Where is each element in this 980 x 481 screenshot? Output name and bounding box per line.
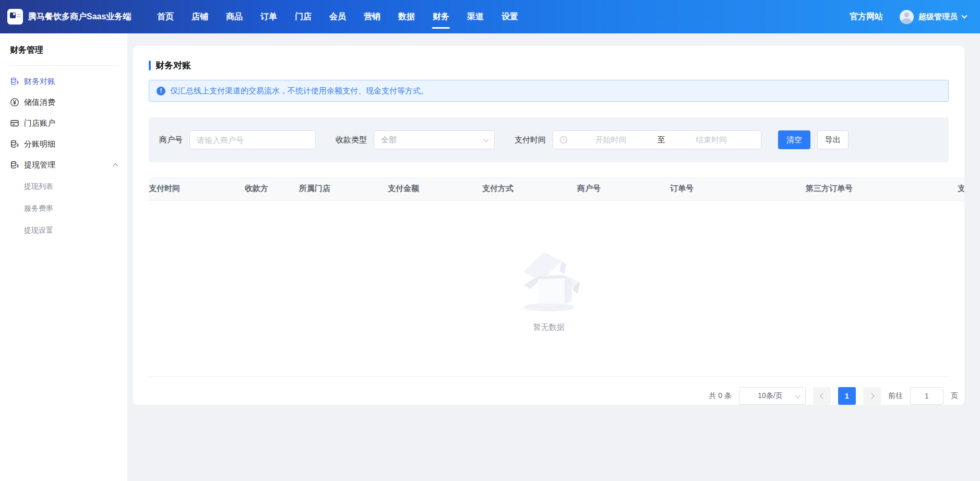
- type-select[interactable]: 全部: [374, 130, 495, 149]
- clock-icon: [559, 136, 568, 144]
- filter-bar: 商户号 收款类型 全部 支付时间: [149, 117, 949, 162]
- nav-item-shop[interactable]: 店铺: [183, 0, 217, 33]
- total-count: 共 0 条: [709, 391, 732, 401]
- chevron-up-icon: [113, 163, 118, 168]
- official-site-link[interactable]: 官方网站: [850, 11, 883, 22]
- brand: 腾马餐饮多商户Saas业务端: [7, 9, 139, 25]
- sidebar-item-reconciliation[interactable]: 财务对账: [10, 71, 118, 92]
- coins-icon: [10, 160, 19, 170]
- col-truncated: 支付: [958, 184, 964, 194]
- sidebar-item-label: 提现管理: [24, 160, 55, 170]
- card-icon: [10, 118, 19, 128]
- chevron-down-icon: [795, 392, 800, 398]
- sidebar-item-store-account[interactable]: 门店账户: [10, 113, 118, 134]
- nav-item-store[interactable]: 门店: [286, 0, 320, 33]
- alert-text: 仅汇总线上支付渠道的交易流水，不统计使用余额支付、现金支付等方式。: [170, 86, 428, 96]
- sidebar-item-label: 分账明细: [24, 139, 55, 149]
- top-header: 腾马餐饮多商户Saas业务端 首页 店铺 商品 订单 门店 会员 营销 数据 财…: [0, 0, 980, 33]
- yen-circle-icon: [10, 98, 19, 107]
- user-name: 超级管理员: [918, 12, 958, 22]
- type-filter: 收款类型 全部: [336, 130, 495, 149]
- page-size-select[interactable]: 10条/页: [739, 387, 806, 405]
- reconciliation-card: 财务对账 ! 仅汇总线上支付渠道的交易流水，不统计使用余额支付、现金支付等方式。…: [133, 46, 964, 405]
- nav-item-order[interactable]: 订单: [252, 0, 286, 33]
- sidebar-title: 财务管理: [10, 45, 118, 56]
- page-title: 财务对账: [156, 59, 191, 71]
- date-separator: 至: [654, 135, 668, 145]
- nav-item-home[interactable]: 首页: [148, 0, 183, 33]
- goto-page-input[interactable]: [910, 387, 943, 405]
- main-content: 财务对账 ! 仅汇总线上支付渠道的交易流水，不统计使用余额支付、现金支付等方式。…: [127, 33, 980, 481]
- type-label: 收款类型: [336, 135, 367, 145]
- empty-box-icon: [509, 245, 589, 315]
- col-store: 所属门店: [299, 184, 388, 194]
- page-number-1[interactable]: 1: [838, 387, 856, 405]
- sidebar-divider: [10, 65, 118, 66]
- next-page-button[interactable]: [863, 387, 881, 405]
- col-pay-method: 支付方式: [482, 184, 577, 194]
- table-header-row: 支付时间 收款方 所属门店 支付金额 支付方式 商户号 订单号 第三方订单号 支…: [149, 177, 964, 201]
- sidebar-item-label: 储值消费: [24, 98, 55, 107]
- chevron-left-icon: [820, 393, 826, 399]
- export-button[interactable]: 导出: [817, 130, 848, 149]
- end-time-placeholder: 结束时间: [668, 135, 755, 145]
- chevron-right-icon: [868, 393, 874, 399]
- sidebar-item-label: 门店账户: [24, 118, 55, 128]
- goto-label: 前往: [888, 391, 903, 401]
- col-amount: 支付金额: [388, 184, 482, 194]
- pagination: 共 0 条 10条/页 1 前往 页: [149, 377, 964, 405]
- nav-item-settings[interactable]: 设置: [493, 0, 527, 33]
- merchant-label: 商户号: [159, 135, 183, 145]
- nav-item-data[interactable]: 数据: [389, 0, 424, 33]
- nav-item-marketing[interactable]: 营销: [355, 0, 389, 33]
- sidebar-item-split-detail[interactable]: 分账明细: [10, 134, 118, 154]
- nav-item-finance[interactable]: 财务: [424, 0, 458, 33]
- top-nav: 首页 店铺 商品 订单 门店 会员 营销 数据 财务 渠道 设置: [148, 0, 527, 33]
- col-order-no: 订单号: [670, 184, 806, 194]
- start-time-placeholder: 开始时间: [568, 135, 654, 145]
- sidebar-item-withdraw-management[interactable]: 提现管理: [10, 154, 118, 175]
- sidebar-subitem-withdraw-settings[interactable]: 提现设置: [24, 219, 74, 241]
- page-size-value: 10条/页: [746, 391, 795, 401]
- clear-button[interactable]: 清空: [778, 130, 810, 149]
- sidebar: 财务管理 财务对账 储值消费 门店账户 分账明细: [0, 33, 127, 481]
- page-suffix: 页: [951, 391, 958, 401]
- data-table: 支付时间 收款方 所属门店 支付金额 支付方式 商户号 订单号 第三方订单号 支…: [149, 177, 964, 201]
- nav-item-channel[interactable]: 渠道: [458, 0, 493, 33]
- chevron-down-icon: [483, 136, 489, 142]
- nav-item-member[interactable]: 会员: [320, 0, 355, 33]
- time-filter: 支付时间 开始时间 至 结束时间: [515, 130, 761, 149]
- merchant-input[interactable]: [189, 130, 316, 149]
- chevron-down-icon: [961, 13, 967, 18]
- sidebar-subitem-withdraw-list[interactable]: 提现列表: [24, 175, 74, 197]
- time-label: 支付时间: [515, 135, 546, 145]
- merchant-filter: 商户号: [159, 130, 316, 149]
- brand-logo-icon: [7, 9, 23, 25]
- sidebar-submenu: 提现列表 服务费率 提现设置: [10, 175, 118, 241]
- header-right: 官方网站 超级管理员: [850, 10, 966, 24]
- col-merchant-no: 商户号: [577, 184, 670, 194]
- info-alert: ! 仅汇总线上支付渠道的交易流水，不统计使用余额支付、现金支付等方式。: [149, 80, 949, 102]
- coins-icon: [10, 77, 19, 86]
- col-payee: 收款方: [245, 184, 299, 194]
- info-icon: !: [157, 87, 165, 95]
- user-menu[interactable]: 超级管理员: [900, 10, 966, 24]
- user-avatar: [900, 10, 914, 24]
- brand-title: 腾马餐饮多商户Saas业务端: [28, 11, 133, 22]
- empty-state: 暂无数据: [149, 201, 949, 376]
- empty-text: 暂无数据: [533, 322, 565, 332]
- sidebar-item-stored-value[interactable]: 储值消费: [10, 92, 118, 113]
- sidebar-item-label: 财务对账: [24, 77, 55, 87]
- page-title-row: 财务对账: [149, 59, 964, 71]
- date-range-picker[interactable]: 开始时间 至 结束时间: [553, 130, 761, 149]
- col-third-order-no: 第三方订单号: [806, 184, 958, 194]
- type-select-value: 全部: [381, 135, 483, 145]
- sidebar-subitem-service-rate[interactable]: 服务费率: [24, 197, 74, 219]
- title-accent-bar: [149, 61, 151, 70]
- nav-item-product[interactable]: 商品: [217, 0, 252, 33]
- coins-icon: [10, 139, 19, 149]
- prev-page-button[interactable]: [813, 387, 831, 405]
- col-pay-time: 支付时间: [149, 184, 245, 194]
